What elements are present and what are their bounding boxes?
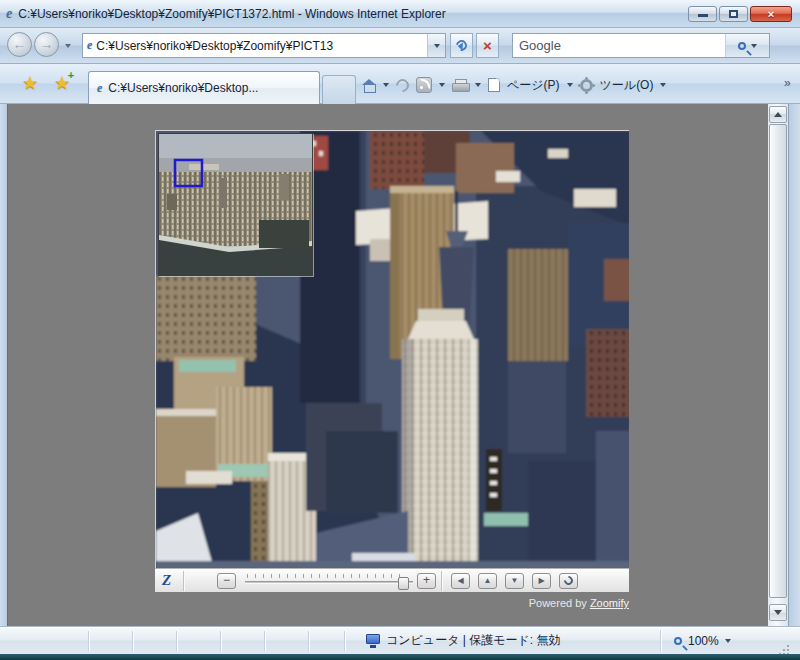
statusbar-separator: [220, 631, 221, 651]
print-icon[interactable]: [452, 79, 468, 92]
zoomify-logo[interactable]: Z: [162, 572, 171, 589]
tools-menu-label[interactable]: ツール(O): [600, 77, 654, 94]
navigation-bar: ← → e C:¥Users¥noriko¥Desktop¥Zoomify¥PI…: [0, 28, 800, 64]
command-bar: ★ ★+ e C:¥Users¥noriko¥Desktop... ページ(P)…: [0, 64, 800, 104]
scroll-down-button[interactable]: [769, 604, 787, 621]
vertical-scrollbar[interactable]: [768, 104, 788, 626]
zoom-magnifier-icon: [674, 637, 682, 645]
scrollbar-thumb[interactable]: [769, 124, 787, 598]
powered-by-text: Powered by: [529, 597, 587, 609]
zoomify-navigator[interactable]: [158, 133, 313, 276]
resize-grip[interactable]: [787, 645, 789, 647]
navigator-thumbnail: [159, 134, 312, 275]
chevron-down-icon: [434, 44, 440, 48]
pan-left-button[interactable]: ◀: [451, 573, 470, 589]
tab-active[interactable]: e C:¥Users¥noriko¥Desktop...: [88, 71, 320, 104]
minimize-icon: [698, 14, 708, 17]
rss-feeds-icon[interactable]: [416, 77, 432, 93]
tools-dropdown-arrow[interactable]: [660, 83, 666, 87]
close-button[interactable]: ×: [750, 6, 792, 22]
reset-icon: [562, 574, 575, 587]
title-bar[interactable]: e C:¥Users¥noriko¥Desktop¥Zoomify¥PICT13…: [0, 0, 800, 28]
new-tab-button[interactable]: [322, 75, 356, 104]
powered-by-line: Powered by Zoomify: [155, 597, 629, 609]
status-bar: コンピュータ | 保護モード: 無効 100%: [0, 626, 800, 654]
command-icons: ページ(P) ツール(O): [362, 73, 666, 97]
statusbar-separator: [132, 631, 133, 651]
zoom-dropdown-arrow[interactable]: [725, 639, 731, 643]
page-zoom-control[interactable]: 100%: [674, 627, 731, 654]
window-frame-right: [788, 104, 800, 626]
security-zone-text: コンピュータ | 保護モード: 無効: [386, 627, 560, 654]
page-menu-label[interactable]: ページ(P): [507, 77, 560, 94]
stop-icon: ×: [483, 38, 492, 53]
reset-view-button[interactable]: [559, 573, 578, 589]
tools-gear-icon[interactable]: [580, 79, 593, 92]
ie-favicon: e: [87, 38, 92, 53]
search-button[interactable]: [725, 34, 769, 57]
page-icon[interactable]: [488, 78, 500, 92]
statusbar-separator: [264, 631, 265, 651]
scroll-up-button[interactable]: [769, 106, 787, 123]
statusbar-separator: [344, 631, 345, 651]
feeds-dropdown-arrow[interactable]: [439, 83, 445, 87]
maximize-icon: [729, 10, 738, 18]
refresh-button[interactable]: [450, 33, 473, 58]
plus-icon: +: [68, 69, 74, 81]
zoomify-toolbar: Z − + ◀ ▲ ▼ ▶: [155, 568, 629, 592]
arrow-down-icon: [774, 610, 782, 615]
arrow-up-icon: [774, 112, 782, 117]
forward-button[interactable]: →: [34, 32, 59, 57]
search-provider-dropdown-arrow[interactable]: [751, 44, 757, 48]
zoomify-image-viewport[interactable]: [155, 130, 629, 568]
print-dropdown-arrow[interactable]: [475, 83, 481, 87]
address-text[interactable]: C:¥Users¥noriko¥Desktop¥Zoomify¥PICT13: [96, 39, 427, 53]
refresh-icon: [454, 38, 469, 53]
statusbar-separator: [88, 631, 89, 651]
pan-right-button[interactable]: ▶: [532, 573, 551, 589]
zoom-slider-ticks: [247, 574, 404, 578]
computer-zone-icon: [366, 634, 380, 644]
window-frame-left: [0, 104, 8, 626]
zoom-level-value[interactable]: 100%: [688, 634, 719, 648]
page-content: Z − + ◀ ▲ ▼ ▶ Powered by Zoomify: [0, 104, 800, 626]
statusbar-separator: [308, 631, 309, 651]
favorites-center-button[interactable]: ★: [22, 72, 38, 94]
zoomify-link[interactable]: Zoomify: [590, 597, 629, 609]
zoom-out-button[interactable]: −: [217, 573, 236, 589]
toolbar-divider: [183, 571, 184, 591]
zoom-slider-thumb[interactable]: [398, 577, 409, 590]
pan-down-button[interactable]: ▼: [505, 573, 524, 589]
zoom-in-button[interactable]: +: [417, 573, 436, 589]
home-dropdown-arrow[interactable]: [383, 83, 389, 87]
window-title: C:¥Users¥noriko¥Desktop¥Zoomify¥PICT1372…: [18, 7, 688, 21]
search-input[interactable]: [513, 38, 725, 53]
sync-icon[interactable]: [393, 76, 411, 94]
ie-logo-icon: e: [6, 6, 12, 22]
page-dropdown-arrow[interactable]: [567, 83, 573, 87]
stop-button[interactable]: ×: [476, 33, 499, 58]
statusbar-separator: [660, 630, 661, 652]
tab-favicon: e: [97, 81, 102, 96]
history-dropdown-arrow[interactable]: [65, 44, 71, 48]
search-icon: [738, 42, 746, 50]
search-box[interactable]: [512, 33, 770, 58]
back-button[interactable]: ←: [7, 32, 32, 57]
address-bar[interactable]: e C:¥Users¥noriko¥Desktop¥Zoomify¥PICT13: [82, 33, 446, 58]
tab-label: C:¥Users¥noriko¥Desktop...: [108, 81, 258, 95]
toolbar-divider: [441, 571, 442, 591]
home-icon[interactable]: [362, 79, 376, 91]
toolbar-overflow-chevron[interactable]: »: [784, 76, 791, 90]
window-frame-bottom: [0, 654, 800, 660]
minimize-button[interactable]: [688, 6, 717, 22]
address-dropdown-button[interactable]: [427, 34, 445, 57]
add-favorite-button[interactable]: ★+: [54, 72, 70, 94]
pan-up-button[interactable]: ▲: [478, 573, 497, 589]
zoom-slider-track[interactable]: [245, 581, 413, 584]
statusbar-separator: [176, 631, 177, 651]
maximize-button[interactable]: [719, 6, 748, 22]
